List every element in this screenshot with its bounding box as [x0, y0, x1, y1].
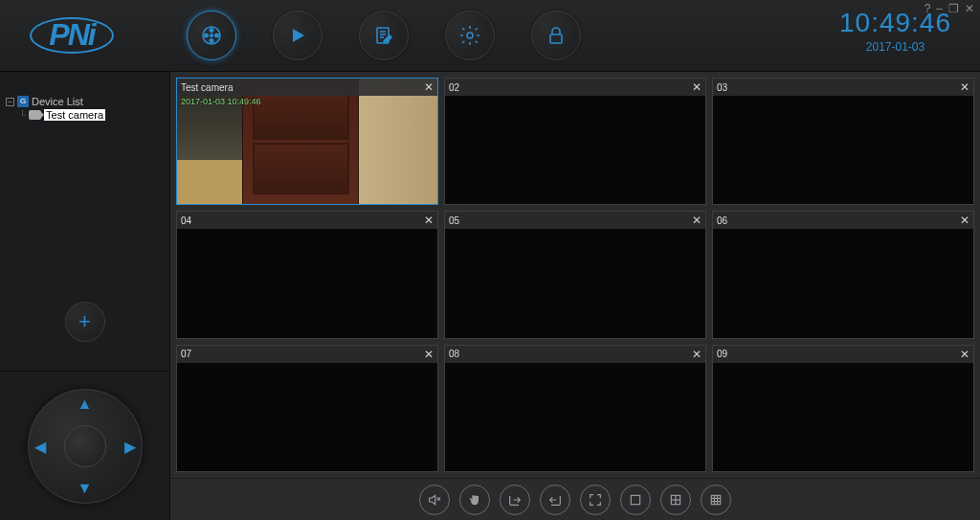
import-button[interactable] [540, 485, 570, 515]
svg-rect-12 [550, 34, 562, 43]
hand-button[interactable] [459, 485, 490, 515]
cell-close-button[interactable]: ✕ [692, 80, 702, 94]
ptz-right-button[interactable]: ▶ [124, 437, 136, 455]
cell-header: 05✕ [445, 212, 705, 229]
video-cell-2[interactable]: 02✕ [444, 78, 706, 205]
nav-live-button[interactable] [187, 11, 236, 60]
svg-marker-6 [293, 29, 304, 42]
tree-root-label: Device List [32, 96, 83, 107]
play-icon [286, 24, 309, 47]
nav-buttons [187, 11, 581, 60]
video-timestamp: 2017-01-03 10:49:46 [181, 97, 261, 106]
clock-date: 2017-01-03 [839, 40, 951, 54]
ptz-control: ▲ ▼ ◀ ▶ [0, 372, 169, 520]
svg-point-11 [467, 33, 473, 38]
cell-header: 04✕ [177, 212, 437, 229]
logo: PNi [10, 14, 134, 57]
export-button[interactable] [500, 485, 530, 515]
plus-icon: + [78, 309, 91, 334]
ptz-down-button[interactable]: ▼ [78, 480, 93, 497]
maximize-button[interactable]: ❐ [948, 2, 959, 15]
svg-rect-15 [631, 495, 639, 504]
tree-root[interactable]: − G Device List [6, 96, 164, 107]
video-cell-3[interactable]: 03✕ [712, 78, 974, 205]
hand-icon [467, 492, 482, 508]
cell-close-button[interactable]: ✕ [960, 348, 969, 361]
cell-header: 06✕ [713, 212, 973, 229]
nav-playback-button[interactable] [273, 11, 323, 60]
cell-close-button[interactable]: ✕ [424, 348, 434, 361]
document-edit-icon [372, 24, 395, 47]
cell-header: 07✕ [177, 346, 437, 363]
video-cell-4[interactable]: 04✕ [176, 211, 438, 338]
cell-header: 02✕ [445, 79, 705, 96]
cell-label: 04 [181, 215, 191, 226]
tree-child[interactable]: └ Test camera [19, 109, 164, 121]
cell-label: 09 [717, 349, 727, 359]
ptz-up-button[interactable]: ▲ [78, 396, 93, 413]
cell-label: Test camera [181, 82, 233, 93]
svg-point-5 [211, 34, 213, 37]
cell-label: 02 [449, 82, 459, 93]
mute-button[interactable] [419, 485, 450, 515]
nav-settings-button[interactable] [445, 11, 495, 60]
cell-label: 07 [181, 349, 191, 359]
svg-rect-19 [711, 495, 720, 504]
ptz-left-button[interactable]: ◀ [34, 437, 46, 455]
layout-1-button[interactable] [620, 485, 651, 515]
help-button[interactable]: ? [924, 2, 931, 15]
device-tree: − G Device List └ Test camera [0, 72, 169, 292]
bottom-toolbar [170, 478, 980, 520]
layout-4-button[interactable] [660, 485, 691, 515]
cell-header: 09✕ [713, 346, 973, 363]
add-button-wrap: + [0, 292, 169, 372]
camera-icon [29, 110, 41, 120]
layout-nine-icon [708, 492, 724, 508]
import-icon [547, 492, 563, 508]
video-cell-1[interactable]: Test camera✕2017-01-03 10:49:46 [176, 78, 438, 205]
top-bar: PNi 10:49:46 2017-01-03 [0, 0, 980, 72]
cell-label: 08 [449, 349, 459, 359]
export-icon [507, 492, 523, 508]
cell-label: 06 [717, 215, 727, 226]
cell-close-button[interactable]: ✕ [960, 80, 969, 94]
minimize-button[interactable]: – [936, 2, 943, 15]
cell-header: 03✕ [713, 79, 973, 96]
main-area: − G Device List └ Test camera + ▲ ▼ ◀ ▶ [0, 72, 980, 520]
tree-expand-icon[interactable]: − [6, 98, 14, 106]
layout-quad-icon [668, 492, 683, 508]
svg-point-2 [215, 34, 218, 36]
cell-close-button[interactable]: ✕ [424, 80, 434, 94]
layout-9-button[interactable] [701, 485, 731, 515]
fullscreen-button[interactable] [580, 485, 611, 515]
nav-log-button[interactable] [359, 11, 409, 60]
close-window-button[interactable]: ✕ [965, 2, 974, 15]
add-device-button[interactable]: + [65, 302, 105, 342]
cell-close-button[interactable]: ✕ [960, 214, 969, 227]
svg-point-4 [205, 34, 208, 36]
cell-close-button[interactable]: ✕ [692, 348, 702, 361]
ptz-disc: ▲ ▼ ◀ ▶ [28, 389, 143, 504]
video-cell-8[interactable]: 08✕ [444, 345, 706, 472]
speaker-mute-icon [427, 492, 442, 508]
video-grid: Test camera✕2017-01-03 10:49:4602✕03✕04✕… [170, 72, 980, 478]
film-reel-icon [200, 24, 223, 47]
tree-child-label: Test camera [44, 109, 105, 121]
cell-header: Test camera✕ [177, 79, 437, 96]
svg-point-3 [210, 39, 212, 42]
video-cell-5[interactable]: 05✕ [444, 211, 706, 338]
cell-close-button[interactable]: ✕ [424, 214, 434, 227]
cell-close-button[interactable]: ✕ [692, 214, 702, 227]
group-icon: G [17, 96, 29, 107]
nav-lock-button[interactable] [531, 11, 581, 60]
lock-icon [545, 24, 568, 47]
gear-icon [458, 24, 481, 47]
cell-header: 08✕ [445, 346, 705, 363]
cell-label: 03 [717, 82, 727, 93]
tree-connector: └ [19, 110, 26, 121]
sidebar: − G Device List └ Test camera + ▲ ▼ ◀ ▶ [0, 72, 170, 520]
video-cell-6[interactable]: 06✕ [712, 211, 974, 338]
video-cell-7[interactable]: 07✕ [176, 345, 438, 472]
video-cell-9[interactable]: 09✕ [712, 345, 974, 472]
ptz-center-button[interactable] [64, 425, 106, 467]
